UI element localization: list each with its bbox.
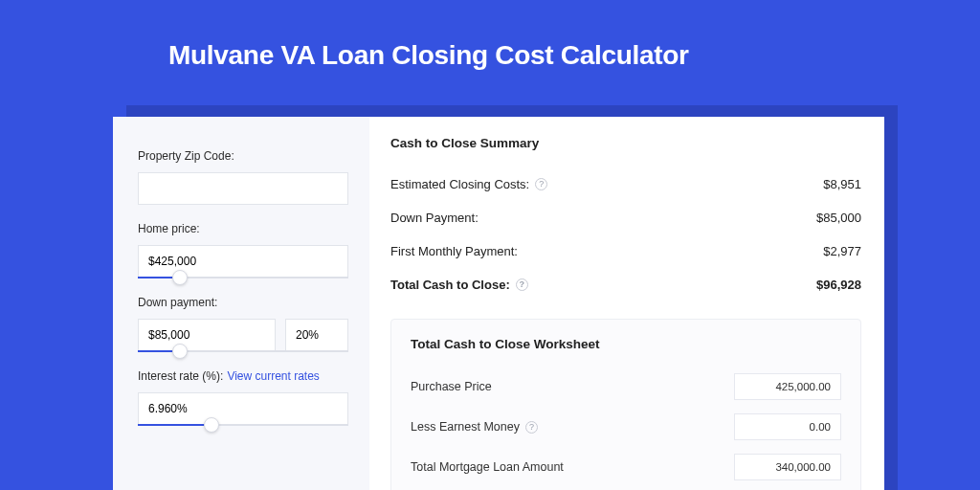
down-payment-label: Down payment: [138, 296, 348, 309]
summary-row-label: First Monthly Payment: [390, 244, 518, 258]
interest-slider-wrap [138, 392, 348, 426]
zip-input[interactable] [138, 172, 348, 205]
worksheet-row-label: Purchase Price [411, 380, 492, 393]
home-price-input[interactable] [138, 245, 348, 278]
field-down-payment: Down payment: [138, 296, 348, 352]
summary-total-row: Total Cash to Close: ? $96,928 [390, 268, 861, 301]
down-payment-slider[interactable] [138, 350, 348, 352]
summary-total-label: Total Cash to Close: [390, 278, 510, 292]
interest-slider-fill [138, 424, 212, 426]
summary-row: First Monthly Payment:$2,977 [390, 234, 861, 268]
home-price-slider-wrap [138, 245, 348, 278]
calculator-card: Property Zip Code: Home price: Down paym… [113, 117, 884, 490]
interest-rate-input[interactable] [138, 392, 348, 425]
worksheet-row-label: Less Earnest Money [411, 420, 520, 434]
field-home-price: Home price: [138, 222, 348, 278]
worksheet-row-input[interactable] [734, 373, 841, 400]
summary-row-value: $2,977 [823, 244, 861, 258]
worksheet-card: Total Cash to Close Worksheet Purchase P… [390, 319, 861, 490]
summary-row-label: Estimated Closing Costs: [390, 177, 529, 191]
field-zip: Property Zip Code: [138, 149, 348, 205]
summary-heading: Cash to Close Summary [390, 136, 861, 150]
worksheet-row-input[interactable] [734, 413, 841, 440]
view-rates-link[interactable]: View current rates [227, 369, 320, 383]
down-payment-input[interactable] [138, 319, 276, 351]
worksheet-row-label: Total Mortgage Loan Amount [411, 460, 564, 474]
worksheet-heading: Total Cash to Close Worksheet [411, 337, 841, 351]
page-title: Mulvane VA Loan Closing Cost Calculator [0, 0, 980, 71]
field-interest-rate: Interest rate (%): View current rates [138, 369, 348, 426]
summary-row-value: $85,000 [816, 211, 861, 225]
summary-row-label: Down Payment: [390, 211, 479, 225]
results-panel: Cash to Close Summary Estimated Closing … [369, 117, 884, 490]
inputs-panel: Property Zip Code: Home price: Down paym… [113, 117, 369, 490]
summary-row: Down Payment:$85,000 [390, 201, 861, 234]
home-price-label: Home price: [138, 222, 348, 235]
summary-total-value: $96,928 [816, 278, 861, 292]
help-icon[interactable]: ? [525, 421, 538, 434]
down-payment-slider-wrap [138, 319, 348, 352]
down-payment-slider-knob[interactable] [172, 344, 188, 359]
interest-slider-knob[interactable] [204, 417, 219, 433]
help-icon[interactable]: ? [516, 278, 528, 291]
interest-rate-label: Interest rate (%): [138, 369, 223, 383]
summary-row-value: $8,951 [823, 177, 861, 191]
zip-label: Property Zip Code: [138, 149, 348, 163]
worksheet-row: Total Mortgage Loan Amount [411, 447, 841, 487]
worksheet-row: Purchase Price [411, 367, 841, 407]
summary-row: Estimated Closing Costs:?$8,951 [390, 167, 861, 201]
home-price-slider[interactable] [138, 277, 348, 278]
down-payment-pct-input[interactable] [285, 319, 348, 351]
home-price-slider-knob[interactable] [172, 270, 188, 285]
worksheet-row-input[interactable] [734, 454, 841, 480]
interest-slider[interactable] [138, 424, 348, 426]
help-icon[interactable]: ? [535, 178, 547, 190]
worksheet-row: Less Earnest Money? [411, 407, 841, 447]
